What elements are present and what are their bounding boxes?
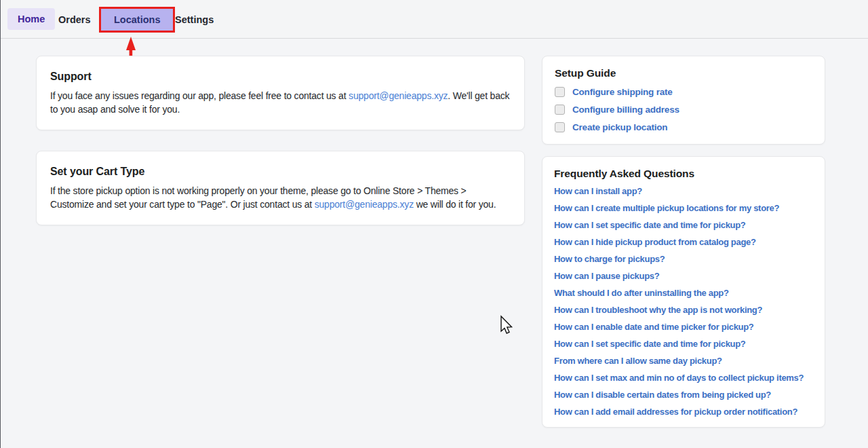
- setup-guide-title: Setup Guide: [555, 67, 812, 79]
- cart-email-link[interactable]: support@genieapps.xyz: [315, 199, 414, 210]
- faq-card: Frequently Asked Questions How can I ins…: [542, 156, 825, 428]
- checkbox-create-pickup-location[interactable]: [555, 122, 565, 132]
- cart-type-card-title: Set your Cart Type: [50, 166, 511, 178]
- tab-settings[interactable]: Settings: [175, 14, 214, 25]
- faq-link[interactable]: What should I do after uninstalling the …: [554, 287, 813, 299]
- cart-type-card-body: If the store pickup option is not workin…: [50, 184, 511, 211]
- tab-orders[interactable]: Orders: [58, 14, 91, 25]
- tab-home[interactable]: Home: [7, 8, 55, 30]
- faq-link[interactable]: How can I install app?: [554, 185, 813, 197]
- checkbox-configure-billing-address[interactable]: [555, 105, 565, 115]
- faq-link[interactable]: How can I set specific date and time for…: [554, 219, 813, 231]
- annotation-box-locations[interactable]: Locations: [99, 7, 175, 33]
- top-nav-bar: Home Orders Locations Settings: [1, 0, 868, 39]
- support-body-before: If you face any issues regarding our app…: [50, 90, 349, 101]
- tab-home-label: Home: [18, 14, 45, 24]
- support-card-title: Support: [50, 71, 511, 83]
- setup-guide-card: Setup Guide Configure shipping rate Conf…: [542, 56, 825, 145]
- setup-guide-row: Create pickup location: [555, 122, 812, 132]
- faq-link[interactable]: How can I create multiple pickup locatio…: [554, 202, 813, 214]
- tab-locations-label: Locations: [114, 14, 160, 25]
- tab-orders-label: Orders: [58, 14, 91, 25]
- tab-settings-label: Settings: [175, 14, 214, 25]
- setup-guide-row: Configure shipping rate: [555, 86, 812, 97]
- cart-type-card: Set your Cart Type If the store pickup o…: [36, 151, 525, 225]
- faq-title: Frequently Asked Questions: [554, 168, 813, 180]
- faq-link[interactable]: How can I set max and min no of days to …: [554, 372, 813, 384]
- mouse-cursor-icon: [498, 315, 513, 335]
- support-card-body: If you face any issues regarding our app…: [50, 89, 511, 116]
- faq-link[interactable]: How can I pause pickups?: [554, 270, 813, 282]
- link-configure-billing-address[interactable]: Configure billing address: [572, 105, 679, 115]
- cart-body-after: we will do it for you.: [414, 199, 496, 210]
- link-configure-shipping-rate[interactable]: Configure shipping rate: [572, 87, 673, 97]
- faq-link[interactable]: How to charge for pickups?: [554, 253, 813, 265]
- support-email-link[interactable]: support@genieapps.xyz: [349, 90, 448, 101]
- faq-link[interactable]: How can I troubleshoot why the app is no…: [554, 304, 813, 316]
- faq-link[interactable]: How can I disable certain dates from bei…: [554, 389, 813, 400]
- faq-link[interactable]: How can I enable date and time picker fo…: [554, 321, 813, 333]
- link-create-pickup-location[interactable]: Create pickup location: [572, 122, 667, 132]
- checkbox-configure-shipping-rate[interactable]: [555, 87, 565, 97]
- faq-link[interactable]: How can I hide pickup product from catal…: [554, 236, 813, 248]
- faq-link[interactable]: How can I add email addresses for pickup…: [554, 406, 813, 417]
- faq-link[interactable]: From where can I allow same day pickup?: [554, 355, 813, 367]
- setup-guide-row: Configure billing address: [555, 104, 812, 115]
- faq-link[interactable]: How can I set specific date and time for…: [554, 338, 813, 350]
- support-card: Support If you face any issues regarding…: [36, 56, 525, 130]
